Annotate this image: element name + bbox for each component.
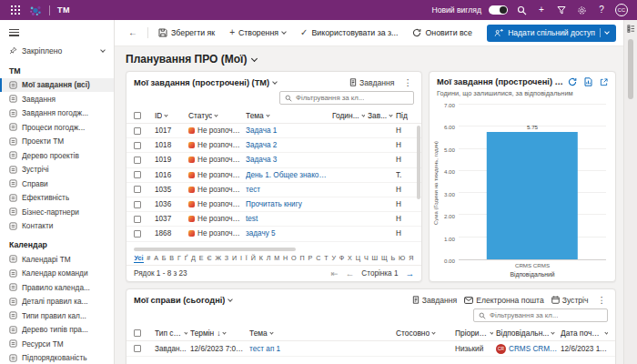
alphabet-letter[interactable]: Ґ xyxy=(184,254,188,262)
sidebar-item[interactable]: Деталі правил ка... xyxy=(0,295,114,309)
alphabet-letter[interactable]: Р xyxy=(308,254,313,262)
alphabet-letter[interactable]: Ц xyxy=(355,254,360,262)
help-icon[interactable]: ? xyxy=(595,4,608,16)
sidebar-item[interactable]: Контакти xyxy=(0,219,114,234)
alphabet-letter[interactable]: К xyxy=(258,254,263,262)
new-look-toggle[interactable] xyxy=(489,5,508,15)
column-header[interactable]: Пріорит... xyxy=(455,329,493,338)
filter-icon[interactable] xyxy=(555,4,568,16)
alphabet-letter[interactable]: Ч xyxy=(363,254,369,262)
sidebar-item[interactable]: Ресурси ТМ xyxy=(0,337,114,351)
save-as-button[interactable]: Зберегти як xyxy=(152,25,221,40)
previous-page-icon[interactable]: ← xyxy=(346,269,355,278)
sidebar-item[interactable]: Справи xyxy=(0,177,114,191)
task-subject-link[interactable]: задачу 5 xyxy=(246,229,329,238)
alphabet-letter[interactable]: Й xyxy=(250,254,256,262)
alphabet-letter[interactable]: Г xyxy=(177,254,181,262)
activity-subject-link[interactable]: тест ап 1 xyxy=(249,345,393,353)
page-scrollbar[interactable] xyxy=(628,39,633,99)
chart-bar[interactable]: 5.75 xyxy=(487,132,578,259)
alphabet-letter[interactable]: Ь xyxy=(390,254,396,262)
view-selector[interactable]: Планування ПРО (Мої) xyxy=(115,46,623,69)
sidebar-item[interactable]: Мої завдання (всі) xyxy=(0,78,114,93)
hamburger-menu-icon[interactable] xyxy=(0,25,114,43)
sidebar-item[interactable]: Типи правил кал... xyxy=(0,308,114,323)
row-checkbox[interactable] xyxy=(134,201,141,208)
alphabet-letter[interactable]: О xyxy=(291,254,298,262)
alphabet-letter[interactable]: Щ xyxy=(380,254,388,262)
more-commands-icon[interactable]: ⋮ xyxy=(402,77,415,87)
alphabet-letter[interactable]: Л xyxy=(266,254,271,262)
alphabet-letter[interactable]: Х xyxy=(348,254,353,262)
alphabet-letter[interactable]: # xyxy=(147,254,151,262)
waffle-icon[interactable] xyxy=(9,4,22,16)
sidebar-item[interactable]: Дерево проектів xyxy=(0,148,114,163)
task-row[interactable]: 1035Не розпочатотестН xyxy=(126,183,421,197)
column-header[interactable]: Статус xyxy=(188,111,243,120)
column-header[interactable]: Стосовно xyxy=(396,329,452,338)
alphabet-letter[interactable]: П xyxy=(299,254,305,262)
task-row[interactable]: 1036Не розпочатоПрочитать книгуН xyxy=(126,197,421,212)
alphabet-letter[interactable]: Д xyxy=(191,254,197,262)
column-header[interactable]: Дата почат... xyxy=(561,329,608,338)
next-page-icon[interactable]: → xyxy=(406,269,415,278)
column-header[interactable]: Відповідальн... xyxy=(496,329,558,338)
alphabet-letter[interactable]: І xyxy=(240,254,243,262)
row-checkbox[interactable] xyxy=(134,171,141,178)
column-header[interactable]: Зав... xyxy=(368,111,393,120)
alphabet-letter[interactable]: Ш xyxy=(371,254,379,262)
task-subject-link[interactable]: Задача 3 xyxy=(246,156,329,164)
row-checkbox[interactable] xyxy=(134,230,141,238)
sidebar-item[interactable]: Ефективність xyxy=(0,191,114,206)
activities-filter-input[interactable]: Фільтрування за кл... xyxy=(473,308,608,322)
task-row[interactable]: 1016Не розпочатоДень 1. Общее знакомство… xyxy=(126,168,421,183)
alphabet-letter[interactable]: Ї xyxy=(245,254,248,262)
sidebar-item[interactable]: Дерево типів пра... xyxy=(0,323,114,338)
task-row[interactable]: 1037Не розпочатоtestН xyxy=(126,212,421,227)
row-checkbox[interactable] xyxy=(134,127,141,135)
alphabet-letter[interactable]: Усі xyxy=(134,254,144,263)
task-subject-link[interactable]: Прочитать книгу xyxy=(246,200,329,208)
row-checkbox[interactable] xyxy=(134,345,141,352)
row-checkbox[interactable] xyxy=(134,216,141,223)
sidebar-item[interactable]: Бізнес-партнери xyxy=(0,205,114,219)
alphabet-letter[interactable]: Е xyxy=(198,254,204,262)
user-avatar[interactable]: CC xyxy=(615,4,628,16)
alphabet-letter[interactable]: Ф xyxy=(339,254,344,262)
task-subject-link[interactable]: Задача 1 xyxy=(246,126,329,135)
alphabet-letter[interactable]: И xyxy=(232,254,238,262)
column-header[interactable]: Тип спр... xyxy=(155,329,187,338)
first-page-icon[interactable]: ⇤ xyxy=(331,269,339,278)
alphabet-letter[interactable]: В xyxy=(169,254,175,262)
new-meeting-button[interactable]: Зустріч xyxy=(551,296,589,305)
task-row[interactable]: 1868Не розпочатозадачу 5Н xyxy=(126,227,421,241)
new-record-button[interactable]: + Створення xyxy=(223,25,292,40)
alphabet-letter[interactable]: Н xyxy=(283,254,288,262)
activities-view-selector[interactable]: Мої справи (сьогодні) xyxy=(134,296,225,305)
app-logo-icon[interactable] xyxy=(29,4,42,16)
alphabet-letter[interactable]: А xyxy=(154,254,159,262)
task-subject-link[interactable]: test xyxy=(246,215,329,223)
alphabet-letter[interactable]: Є xyxy=(207,254,212,262)
pinned-group[interactable]: Закріплено xyxy=(0,43,114,59)
select-all-checkbox[interactable] xyxy=(134,112,141,119)
owner-link[interactable]: CRMS CRMS ( xyxy=(509,345,558,353)
share-button[interactable]: Надати спільний доступ xyxy=(487,25,616,42)
sidebar-item[interactable]: Завдання погодж... xyxy=(0,106,114,121)
alphabet-letter[interactable]: У xyxy=(331,254,337,262)
sidebar-item[interactable]: Процеси погодж... xyxy=(0,120,114,135)
task-row[interactable]: 1018Не розпочатоЗадача 2Н xyxy=(126,138,421,153)
select-all-checkbox[interactable] xyxy=(134,329,141,337)
task-row[interactable]: 1017Не розпочатоЗадача 1Н xyxy=(126,124,421,138)
alphabet-letter[interactable]: Ю xyxy=(399,254,406,262)
alphabet-letter[interactable]: М xyxy=(274,254,280,262)
activity-owner-cell[interactable]: CRCRMS CRMS ( xyxy=(496,344,558,354)
new-task-button[interactable]: Завдання xyxy=(412,296,457,305)
alphabet-letter[interactable]: Б xyxy=(161,254,167,262)
view-records-icon[interactable] xyxy=(584,77,592,86)
new-email-button[interactable]: Електронна пошта xyxy=(464,296,543,305)
more-commands-icon[interactable]: ⋮ xyxy=(596,295,609,305)
sidebar-item[interactable]: Зустрічі xyxy=(0,163,114,177)
activity-row[interactable]: Завдан...12/6/2023 7:00 ...тест ап 1Низь… xyxy=(126,341,615,357)
task-subject-link[interactable]: Задача 2 xyxy=(246,141,329,149)
